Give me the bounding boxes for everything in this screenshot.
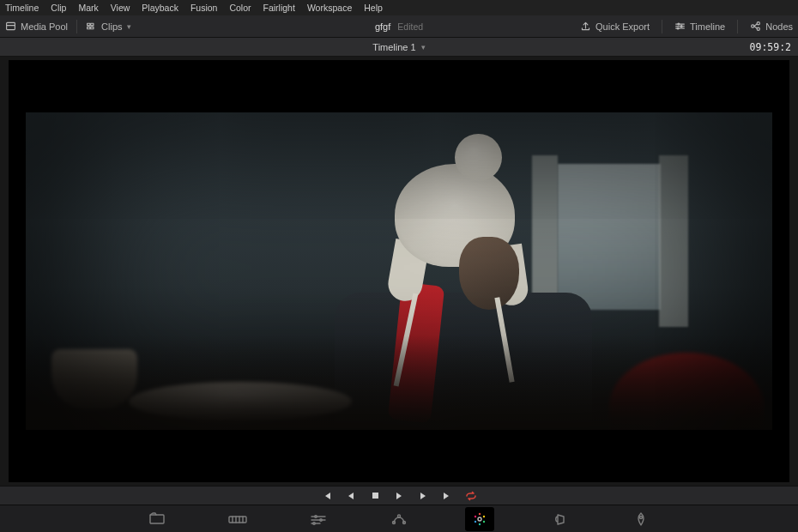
tab-edit[interactable] bbox=[304, 507, 333, 531]
clips-icon bbox=[86, 21, 97, 32]
tab-cut[interactable] bbox=[223, 507, 252, 531]
last-frame-button[interactable] bbox=[441, 490, 453, 502]
stop-button[interactable] bbox=[369, 490, 381, 502]
menu-playback[interactable]: Playback bbox=[142, 3, 178, 13]
play-button[interactable] bbox=[393, 490, 405, 502]
quick-export-button[interactable]: Quick Export bbox=[580, 21, 650, 32]
menu-help[interactable]: Help bbox=[364, 3, 383, 13]
tab-media[interactable] bbox=[142, 507, 172, 531]
tab-fairlight[interactable] bbox=[546, 507, 575, 531]
first-frame-button[interactable] bbox=[321, 490, 333, 502]
svg-point-9 bbox=[757, 22, 759, 25]
svg-point-23 bbox=[483, 520, 485, 522]
next-frame-icon bbox=[419, 492, 427, 500]
cut-page-icon bbox=[228, 513, 247, 525]
svg-point-27 bbox=[640, 516, 643, 518]
svg-rect-12 bbox=[150, 515, 164, 523]
project-title: gfgf bbox=[375, 21, 390, 32]
fusion-page-icon bbox=[390, 512, 408, 526]
app-menubar: Timeline Clip Mark View Playback Fusion … bbox=[0, 0, 798, 15]
timeline-panel-button[interactable]: Timeline bbox=[674, 21, 725, 32]
first-frame-icon bbox=[322, 491, 332, 501]
stop-icon bbox=[372, 492, 379, 499]
menu-mark[interactable]: Mark bbox=[78, 3, 98, 13]
top-toolbar: Media Pool Clips ▾ gfgf Edited Quick Exp… bbox=[0, 15, 798, 38]
viewer-area bbox=[0, 57, 798, 486]
tab-color[interactable] bbox=[465, 507, 494, 531]
svg-point-20 bbox=[478, 517, 481, 521]
quick-export-label: Quick Export bbox=[595, 21, 650, 32]
transport-controls bbox=[0, 486, 798, 505]
tab-fusion[interactable] bbox=[384, 507, 414, 531]
media-pool-label: Media Pool bbox=[21, 21, 68, 32]
svg-point-21 bbox=[479, 512, 481, 514]
clips-button[interactable]: Clips ▾ bbox=[86, 21, 130, 32]
divider bbox=[76, 20, 77, 33]
menu-timeline[interactable]: Timeline bbox=[5, 3, 39, 13]
nodes-icon bbox=[750, 21, 761, 32]
video-frame bbox=[26, 112, 772, 430]
svg-point-24 bbox=[479, 523, 481, 524]
play-icon bbox=[395, 492, 403, 500]
timeline-header: Timeline 1 ▾ 09:59:2 bbox=[0, 38, 798, 57]
fairlight-page-icon bbox=[553, 512, 568, 526]
media-pool-icon bbox=[5, 21, 16, 32]
svg-point-7 bbox=[677, 27, 679, 29]
project-title-group: gfgf Edited bbox=[375, 21, 423, 32]
clips-label: Clips bbox=[101, 21, 122, 32]
menu-fusion[interactable]: Fusion bbox=[190, 3, 218, 13]
divider bbox=[662, 20, 662, 33]
export-icon bbox=[580, 21, 591, 32]
timeline-panel-label: Timeline bbox=[690, 21, 725, 32]
svg-point-6 bbox=[680, 26, 682, 27]
menu-workspace[interactable]: Workspace bbox=[307, 3, 352, 13]
svg-rect-13 bbox=[229, 517, 246, 523]
menu-fairlight[interactable]: Fairlight bbox=[263, 3, 295, 13]
menu-view[interactable]: View bbox=[111, 3, 130, 13]
prev-frame-button[interactable] bbox=[345, 490, 357, 502]
color-page-icon bbox=[471, 511, 488, 528]
loop-button[interactable] bbox=[465, 490, 477, 502]
menu-color[interactable]: Color bbox=[229, 3, 251, 13]
next-frame-button[interactable] bbox=[417, 490, 429, 502]
svg-rect-4 bbox=[91, 27, 94, 28]
svg-point-22 bbox=[483, 515, 485, 517]
menu-clip[interactable]: Clip bbox=[51, 3, 66, 13]
toolbar-left-group: Media Pool Clips ▾ bbox=[5, 20, 131, 33]
project-status: Edited bbox=[397, 21, 423, 32]
svg-rect-2 bbox=[91, 23, 94, 25]
timeline-dropdown[interactable]: Timeline 1 ▾ bbox=[372, 42, 425, 52]
deliver-page-icon bbox=[634, 511, 648, 527]
last-frame-icon bbox=[442, 491, 452, 501]
svg-point-19 bbox=[398, 515, 401, 517]
timecode-display[interactable]: 09:59:2 bbox=[750, 41, 791, 53]
chevron-down-icon: ▾ bbox=[127, 22, 131, 31]
svg-point-26 bbox=[475, 515, 476, 517]
nodes-panel-button[interactable]: Nodes bbox=[750, 21, 793, 32]
prev-frame-icon bbox=[347, 492, 355, 500]
edit-page-icon bbox=[310, 512, 327, 526]
svg-point-10 bbox=[757, 27, 759, 30]
svg-rect-1 bbox=[88, 23, 90, 25]
nodes-panel-label: Nodes bbox=[765, 21, 793, 32]
media-page-icon bbox=[148, 512, 166, 526]
svg-point-5 bbox=[678, 23, 680, 25]
svg-rect-11 bbox=[372, 493, 378, 499]
toolbar-right-group: Quick Export Timeline Nodes bbox=[580, 20, 793, 33]
media-pool-button[interactable]: Media Pool bbox=[5, 21, 68, 32]
timeline-icon bbox=[674, 21, 686, 32]
page-tabs bbox=[0, 505, 798, 532]
tab-deliver[interactable] bbox=[626, 507, 656, 531]
video-viewer[interactable] bbox=[9, 60, 789, 482]
svg-rect-3 bbox=[88, 27, 90, 28]
chevron-down-icon: ▾ bbox=[421, 43, 426, 51]
svg-rect-0 bbox=[7, 22, 15, 29]
svg-point-25 bbox=[475, 520, 476, 522]
loop-icon bbox=[465, 491, 477, 501]
timeline-name-label: Timeline 1 bbox=[372, 42, 415, 52]
divider bbox=[737, 20, 738, 33]
